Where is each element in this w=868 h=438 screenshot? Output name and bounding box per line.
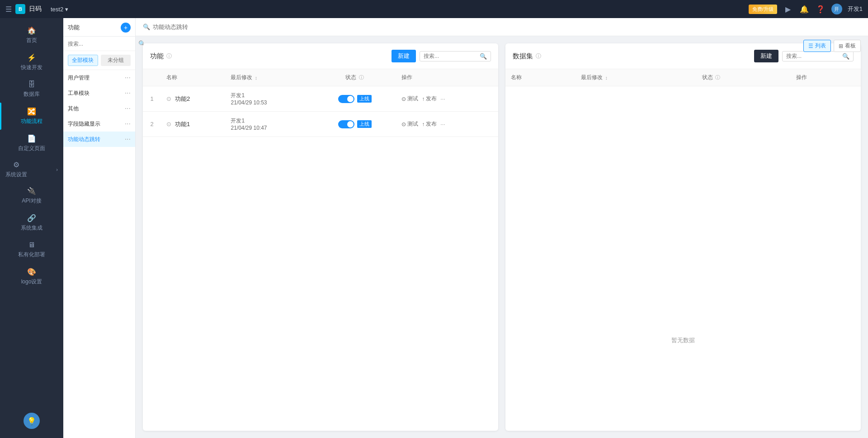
test-icon-1: ⊙	[401, 96, 406, 102]
sidebar-item-custom-page[interactable]: 📄 自定义页面	[0, 130, 63, 157]
status-cell-2: 上线	[319, 120, 391, 128]
logo-settings-icon: 🎨	[27, 268, 36, 276]
action-test-2[interactable]: ⊙ 测试	[401, 120, 418, 128]
add-icon: +	[124, 24, 127, 31]
notification-icon[interactable]: 🔔	[799, 4, 810, 14]
play-icon[interactable]: ▶	[783, 4, 793, 14]
status-toggle-2[interactable]	[338, 120, 354, 128]
sidebar-item-api[interactable]: 🔌 API对接	[0, 182, 63, 209]
function-panel-header-right: 新建 🔍	[392, 50, 491, 62]
list-view-button[interactable]: ☰ 列表	[803, 40, 831, 52]
module-item-func-jump[interactable]: 功能动态跳转 ···	[63, 132, 135, 147]
upgrade-button[interactable]: 免费/升级	[749, 5, 777, 14]
project-selector[interactable]: test2 ▾	[51, 6, 68, 13]
logo-icon: B	[19, 6, 22, 12]
sidebar-item-system-settings[interactable]: ⚙ 系统设置 ›	[0, 157, 63, 182]
function-panel: 功能 ⓘ 新建 🔍	[143, 43, 498, 431]
module-item-dots-field-hide[interactable]: ···	[125, 120, 131, 128]
dataset-help-icon[interactable]: ⓘ	[536, 52, 541, 60]
dataset-col-actions: 操作	[791, 69, 861, 86]
function-panel-header: 功能 ⓘ 新建 🔍	[143, 43, 498, 69]
dataset-data-table: 名称 最后修改 ↕ 状态 ⓘ	[505, 69, 861, 250]
row-modified-2: 开发1 21/04/29 10:47	[225, 112, 313, 137]
system-settings-inner: ⚙ 系统设置	[5, 160, 27, 179]
action-test-1[interactable]: ⊙ 测试	[401, 95, 418, 103]
dataset-search-input[interactable]	[786, 53, 840, 59]
breadcrumb: 🔍 功能动态跳转	[136, 18, 868, 36]
module-panel-header: 功能 +	[63, 18, 135, 37]
module-item-dots-user-mgmt[interactable]: ···	[125, 74, 131, 82]
col-sort-icon[interactable]: ↕	[255, 75, 258, 80]
sidebar-label-system-integration: 系统集成	[21, 224, 42, 232]
status-toggle-1[interactable]	[338, 95, 354, 103]
dataset-new-button[interactable]: 新建	[754, 50, 778, 62]
menu-icon[interactable]: ☰	[5, 5, 12, 14]
function-title-text: 功能	[150, 52, 164, 61]
function-new-button[interactable]: 新建	[392, 50, 416, 62]
row-actions-1: ⊙ 测试 ↑ 发布 ···	[396, 86, 498, 112]
filter-all-button[interactable]: 全部模块	[68, 55, 98, 66]
dataset-title-text: 数据集	[513, 52, 533, 61]
card-view-button[interactable]: ⊞ 看板	[834, 40, 861, 52]
dataset-col-status-text: 状态	[702, 74, 713, 80]
sidebar-label-custom-page: 自定义页面	[18, 145, 45, 152]
table-row: 1 ⊙ 功能2 开发1	[143, 86, 498, 112]
topbar: ☰ B 日码 test2 ▾ 免费/升级 ▶ 🔔 ❓ 开 开发1	[0, 0, 868, 18]
func-icon-1: ⊙	[166, 95, 171, 102]
module-item-label-func-jump: 功能动态跳转	[68, 136, 100, 143]
action-cell-1: ⊙ 测试 ↑ 发布 ···	[401, 95, 493, 103]
col-status-help-icon[interactable]: ⓘ	[359, 75, 364, 80]
action-more-2[interactable]: ···	[440, 121, 445, 127]
system-settings-icon: ⚙	[13, 160, 19, 169]
module-item-other[interactable]: 其他 ···	[63, 101, 135, 116]
action-publish-2[interactable]: ↑ 发布	[422, 120, 437, 128]
function-help-icon[interactable]: ⓘ	[166, 52, 172, 60]
dataset-col-status-help-icon[interactable]: ⓘ	[715, 75, 720, 80]
module-item-label-work-order: 工单模块	[68, 89, 90, 97]
action-more-1[interactable]: ···	[440, 95, 445, 102]
sidebar-item-system-integration[interactable]: 🔗 系统集成	[0, 209, 63, 236]
list-icon: ☰	[808, 43, 813, 49]
sidebar-label-private-deploy: 私有化部署	[18, 251, 45, 259]
col-name-text: 名称	[166, 74, 177, 80]
action-publish-1[interactable]: ↑ 发布	[422, 95, 437, 103]
func-name-text-2: 功能1	[175, 120, 190, 128]
sidebar-item-database[interactable]: 🗄 数据库	[0, 76, 63, 103]
function-table: 名称 最后修改 ↕ 状态 ⓘ	[143, 69, 498, 137]
module-item-dots-work-order[interactable]: ···	[125, 89, 131, 97]
main-layout: 🏠 首页 ⚡ 快速开发 🗄 数据库 🔀 功能流程 📄 自定义页面 ⚙ 系统设置 …	[0, 18, 868, 438]
module-search-input[interactable]	[68, 41, 136, 47]
project-arrow: ▾	[65, 6, 68, 13]
help-icon[interactable]: ❓	[815, 4, 826, 14]
avatar[interactable]: 开	[831, 4, 842, 14]
sidebar-item-private-deploy[interactable]: 🖥 私有化部署	[0, 236, 63, 263]
lightbulb-button[interactable]: 💡	[24, 413, 40, 429]
tables-container: 功能 ⓘ 新建 🔍	[136, 36, 868, 438]
sidebar-item-quick-dev[interactable]: ⚡ 快速开发	[0, 49, 63, 76]
func-name-text-1: 功能2	[175, 95, 190, 103]
module-item-dots-other[interactable]: ···	[125, 104, 131, 113]
test-label-2: 测试	[407, 120, 418, 128]
module-item-user-mgmt[interactable]: 用户管理 ···	[63, 70, 135, 85]
publish-icon-1: ↑	[422, 96, 425, 102]
module-item-dots-func-jump[interactable]: ···	[125, 135, 131, 143]
user-name[interactable]: 开发1	[848, 5, 863, 13]
module-item-work-order[interactable]: 工单模块 ···	[63, 85, 135, 101]
func-flow-icon: 🔀	[27, 107, 36, 116]
sidebar-item-logo-settings[interactable]: 🎨 logo设置	[0, 263, 63, 290]
module-item-field-hide[interactable]: 字段隐藏显示 ···	[63, 116, 135, 132]
publish-label-1: 发布	[426, 95, 437, 103]
function-data-table: 名称 最后修改 ↕ 状态 ⓘ	[143, 69, 498, 431]
function-search-input[interactable]	[424, 53, 478, 59]
module-item-label-field-hide: 字段隐藏显示	[68, 120, 100, 128]
sidebar-label-func-flow: 功能流程	[21, 118, 42, 125]
dataset-col-sort-icon[interactable]: ↕	[605, 75, 608, 80]
function-panel-title: 功能 ⓘ	[150, 52, 172, 61]
topbar-left: ☰ B 日码 test2 ▾	[5, 4, 68, 14]
filter-ungrouped-button[interactable]: 未分组	[101, 55, 131, 66]
function-search-box: 🔍	[420, 51, 491, 61]
sidebar-bottom: 💡	[0, 407, 63, 434]
module-panel-add-button[interactable]: +	[121, 23, 131, 33]
sidebar-item-home[interactable]: 🏠 首页	[0, 22, 63, 49]
sidebar-item-func-flow[interactable]: 🔀 功能流程	[0, 103, 63, 130]
